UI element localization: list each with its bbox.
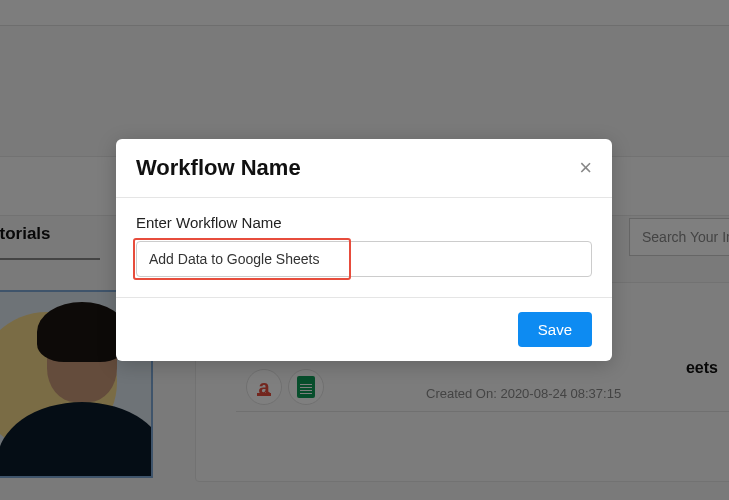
modal-footer: Save bbox=[116, 298, 612, 361]
close-icon: × bbox=[579, 155, 592, 180]
save-button[interactable]: Save bbox=[518, 312, 592, 347]
modal-title: Workflow Name bbox=[136, 155, 301, 181]
close-button[interactable]: × bbox=[579, 157, 592, 179]
workflow-name-label: Enter Workflow Name bbox=[136, 214, 592, 231]
modal-body: Enter Workflow Name bbox=[116, 198, 612, 298]
workflow-name-input[interactable] bbox=[136, 241, 592, 277]
modal-header: Workflow Name × bbox=[116, 139, 612, 198]
workflow-name-modal: Workflow Name × Enter Workflow Name Save bbox=[116, 139, 612, 361]
